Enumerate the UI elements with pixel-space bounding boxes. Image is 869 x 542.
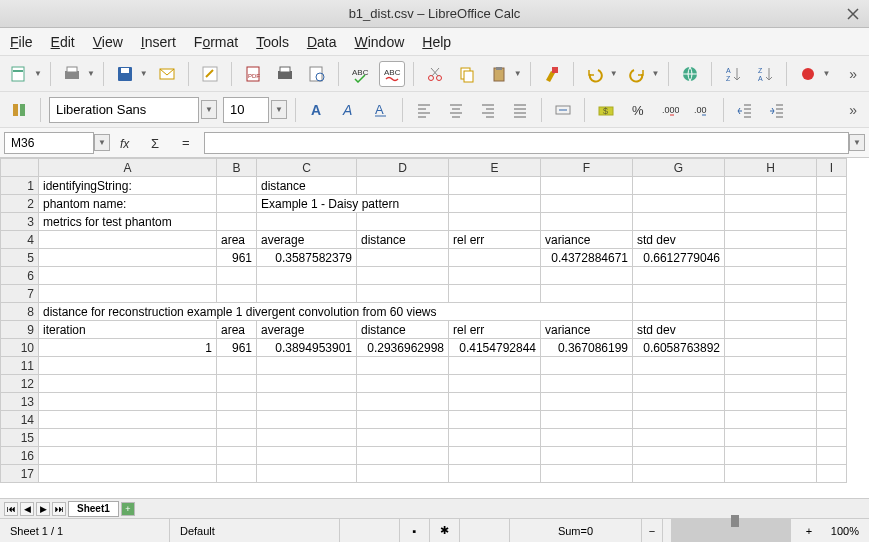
cell[interactable] xyxy=(357,429,449,447)
dropdown-icon[interactable]: ▼ xyxy=(823,69,831,78)
cell[interactable] xyxy=(357,249,449,267)
zoom-out-icon[interactable]: − xyxy=(642,519,663,542)
menu-help[interactable]: Help xyxy=(422,34,451,50)
cell[interactable] xyxy=(817,267,847,285)
col-header[interactable]: C xyxy=(257,159,357,177)
print-icon[interactable] xyxy=(59,61,85,87)
cell[interactable] xyxy=(633,375,725,393)
cell[interactable]: rel err xyxy=(449,321,541,339)
cell[interactable] xyxy=(39,285,217,303)
cell[interactable] xyxy=(357,213,449,231)
row-header[interactable]: 12 xyxy=(1,375,39,393)
row-header[interactable]: 16 xyxy=(1,447,39,465)
cell[interactable] xyxy=(39,267,217,285)
cell[interactable]: distance for reconstruction example 1 di… xyxy=(39,303,633,321)
cell[interactable]: std dev xyxy=(633,321,725,339)
cell[interactable] xyxy=(725,357,817,375)
status-modified-icon[interactable]: ✱ xyxy=(430,519,460,542)
cell[interactable] xyxy=(217,285,257,303)
sort-desc-icon[interactable]: ZA xyxy=(752,61,778,87)
print-direct-icon[interactable] xyxy=(272,61,298,87)
cell[interactable] xyxy=(449,195,541,213)
dropdown-icon[interactable]: ▼ xyxy=(610,69,618,78)
cell[interactable] xyxy=(633,213,725,231)
percent-icon[interactable]: % xyxy=(625,97,651,123)
italic-icon[interactable]: A xyxy=(336,97,362,123)
dropdown-icon[interactable]: ▼ xyxy=(514,69,522,78)
dropdown-icon[interactable]: ▼ xyxy=(140,69,148,78)
edit-icon[interactable] xyxy=(197,61,223,87)
cell[interactable] xyxy=(449,285,541,303)
cell[interactable] xyxy=(633,429,725,447)
cell[interactable] xyxy=(217,465,257,483)
cell[interactable] xyxy=(217,393,257,411)
zoom-slider[interactable] xyxy=(671,519,791,542)
cell[interactable] xyxy=(541,447,633,465)
cell[interactable]: distance xyxy=(357,231,449,249)
align-right-icon[interactable] xyxy=(475,97,501,123)
cell[interactable]: 0.4154792844 xyxy=(449,339,541,357)
cell[interactable] xyxy=(257,429,357,447)
cell[interactable] xyxy=(39,429,217,447)
cell[interactable]: 961 xyxy=(217,249,257,267)
cell[interactable]: area xyxy=(217,321,257,339)
align-left-icon[interactable] xyxy=(411,97,437,123)
cell[interactable] xyxy=(257,393,357,411)
dropdown-icon[interactable]: ▼ xyxy=(652,69,660,78)
row-header[interactable]: 7 xyxy=(1,285,39,303)
sort-asc-icon[interactable]: AZ xyxy=(720,61,746,87)
cell[interactable] xyxy=(725,213,817,231)
cell[interactable] xyxy=(449,177,541,195)
col-header[interactable]: D xyxy=(357,159,449,177)
row-header[interactable]: 14 xyxy=(1,411,39,429)
autospell-icon[interactable]: ABC xyxy=(379,61,405,87)
spreadsheet-grid[interactable]: A B C D E F G H I 1identifyingString:dis… xyxy=(0,158,869,498)
cell[interactable]: 0.6612779046 xyxy=(633,249,725,267)
currency-icon[interactable]: $ xyxy=(593,97,619,123)
cell[interactable] xyxy=(725,177,817,195)
spellcheck-icon[interactable]: ABC xyxy=(347,61,373,87)
cell[interactable] xyxy=(541,267,633,285)
undo-icon[interactable] xyxy=(582,61,608,87)
row-header[interactable]: 9 xyxy=(1,321,39,339)
cell[interactable] xyxy=(725,321,817,339)
cell[interactable] xyxy=(817,213,847,231)
cell[interactable]: 961 xyxy=(217,339,257,357)
cell[interactable] xyxy=(633,285,725,303)
cell[interactable] xyxy=(817,429,847,447)
cell[interactable] xyxy=(449,411,541,429)
cell[interactable] xyxy=(39,465,217,483)
cell[interactable] xyxy=(449,393,541,411)
col-header[interactable]: I xyxy=(817,159,847,177)
cell[interactable] xyxy=(449,429,541,447)
cell[interactable]: distance xyxy=(257,177,357,195)
cell[interactable] xyxy=(39,357,217,375)
cell[interactable]: 1 xyxy=(39,339,217,357)
cell[interactable] xyxy=(357,447,449,465)
cell[interactable] xyxy=(817,249,847,267)
cell[interactable] xyxy=(541,285,633,303)
equals-icon[interactable]: = xyxy=(174,130,200,156)
col-header[interactable]: H xyxy=(725,159,817,177)
add-decimal-icon[interactable]: .000 xyxy=(657,97,683,123)
sheet-tab[interactable]: Sheet1 xyxy=(68,501,119,517)
save-icon[interactable] xyxy=(112,61,138,87)
dropdown-icon[interactable]: ▼ xyxy=(34,69,42,78)
cell[interactable] xyxy=(725,195,817,213)
pdf-icon[interactable]: PDF xyxy=(240,61,266,87)
menu-tools[interactable]: Tools xyxy=(256,34,289,50)
col-header[interactable]: A xyxy=(39,159,217,177)
cell[interactable] xyxy=(633,447,725,465)
cell[interactable]: 0.3894953901 xyxy=(257,339,357,357)
cell[interactable] xyxy=(257,285,357,303)
font-name-dropdown-icon[interactable]: ▼ xyxy=(201,100,217,119)
cell[interactable] xyxy=(357,465,449,483)
cell[interactable]: metrics for test phantom xyxy=(39,213,217,231)
cell[interactable] xyxy=(633,195,725,213)
cell[interactable] xyxy=(633,411,725,429)
cell[interactable] xyxy=(725,339,817,357)
cell[interactable]: phantom name: xyxy=(39,195,217,213)
close-icon[interactable] xyxy=(845,6,861,22)
cell[interactable]: average xyxy=(257,231,357,249)
cell[interactable]: 0.367086199 xyxy=(541,339,633,357)
